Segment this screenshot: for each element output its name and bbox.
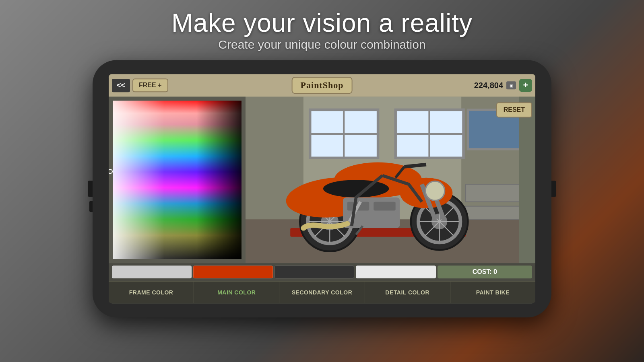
svg-rect-37 (374, 202, 395, 211)
main-color-swatch[interactable] (193, 265, 273, 278)
currency-icon: ▣ (506, 81, 516, 89)
color-picker-area[interactable] (109, 97, 246, 263)
garage-background (246, 97, 519, 263)
phone-speaker (89, 201, 93, 212)
paintshop-title: PaintShop (292, 77, 353, 94)
svg-rect-12 (466, 184, 519, 202)
svg-rect-13 (466, 206, 519, 220)
detail-color-button[interactable]: DETAIL COLOR (365, 282, 450, 303)
svg-point-33 (323, 180, 389, 197)
motorcycle-scene (246, 97, 519, 263)
svg-line-38 (404, 165, 426, 167)
phone-power-button (551, 181, 556, 197)
svg-point-42 (425, 181, 445, 200)
color-picker-canvas[interactable] (113, 101, 242, 259)
free-button[interactable]: FREE + (132, 78, 168, 92)
headline: Make your vision a reality (0, 8, 644, 38)
detail-color-swatch[interactable] (356, 265, 436, 278)
paint-bike-button[interactable]: PAINT BIKE (450, 282, 535, 303)
bottom-toolbar: COST: 0 FRAME COLOR MAIN COLOR SECONDARY… (109, 263, 535, 303)
game-header: << FREE + PaintShop 224,804 ▣ + (109, 74, 535, 97)
phone-volume-button (88, 181, 93, 197)
color-labels-row: FRAME COLOR MAIN COLOR SECONDARY COLOR D… (109, 281, 535, 303)
main-color-button[interactable]: MAIN COLOR (194, 282, 279, 303)
color-swatches-row: COST: 0 (109, 263, 535, 281)
currency-value: 224,804 (474, 81, 503, 90)
cost-display: COST: 0 (438, 265, 532, 278)
secondary-color-button[interactable]: SECONDARY COLOR (279, 282, 365, 303)
add-currency-button[interactable]: + (519, 79, 532, 92)
reset-button[interactable]: RESET (496, 102, 532, 117)
phone-frame: << FREE + PaintShop 224,804 ▣ + RESET PR… (93, 60, 551, 317)
currency-area: 224,804 ▣ + (474, 79, 532, 92)
subheadline: Create your unique colour combination (0, 38, 644, 51)
back-button[interactable]: << (112, 79, 130, 92)
secondary-color-swatch[interactable] (275, 265, 354, 278)
phone-screen: << FREE + PaintShop 224,804 ▣ + RESET PR… (109, 74, 535, 303)
top-text-container: Make your vision a reality Create your u… (0, 8, 644, 51)
frame-color-swatch[interactable] (112, 265, 192, 278)
frame-color-button[interactable]: FRAME COLOR (109, 282, 194, 303)
picker-indicator (109, 169, 113, 174)
